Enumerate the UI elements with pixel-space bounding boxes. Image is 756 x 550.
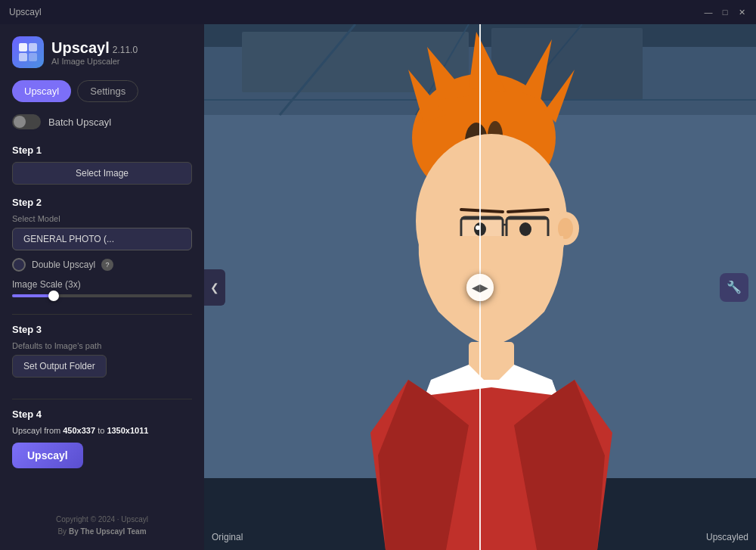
step2-sublabel: Select Model [12, 214, 192, 223]
double-upscayl-row: Double Upscayl ? [12, 258, 192, 272]
step3-sublabel: Defaults to Image's path [12, 341, 192, 350]
scale-slider-fill [12, 294, 51, 297]
logo-area: Upscayl 2.11.0 AI Image Upscaler [12, 36, 192, 68]
image-viewer: ❮ [204, 24, 756, 550]
app-name: Upscayl 2.11.0 [51, 39, 138, 57]
upscayl-button[interactable]: Upscayl [12, 443, 83, 468]
info-to: 1350x1011 [107, 426, 148, 435]
minimize-button[interactable]: — [703, 7, 714, 17]
double-upscayl-checkbox[interactable] [12, 258, 26, 272]
svg-point-24 [558, 218, 573, 239]
footer-team: By The Upscayl Team [69, 527, 147, 536]
logo-text: Upscayl 2.11.0 AI Image Upscaler [51, 39, 138, 66]
window-title: Upscayl [9, 7, 42, 17]
sidebar-footer: Copyright © 2024 · Upscayl By By The Ups… [12, 505, 192, 538]
batch-toggle-row: Batch Upscayl [12, 114, 192, 129]
tab-row: Upscayl Settings [12, 80, 192, 102]
comparison-slider-handle[interactable]: ◀▶ [466, 274, 494, 301]
wrench-button[interactable]: 🔧 [720, 273, 748, 302]
upscayl-info: Upscayl from 450x337 to 1350x1011 [12, 426, 192, 435]
svg-rect-0 [19, 43, 27, 51]
image-scale-label: Image Scale (3x) [12, 279, 192, 290]
scale-slider-track[interactable] [12, 294, 192, 297]
model-select-button[interactable]: GENERAL PHOTO (... [12, 228, 192, 250]
comparison-scene: ◀▶ Original Upscayled [204, 24, 756, 550]
app-subtitle: AI Image Upscaler [51, 57, 138, 66]
step4-label: Step 4 [12, 409, 192, 420]
tab-upscayl[interactable]: Upscayl [12, 80, 71, 102]
sidebar: Upscayl 2.11.0 AI Image Upscaler Upscayl… [0, 24, 204, 550]
svg-rect-2 [19, 53, 27, 61]
set-output-folder-button[interactable]: Set Output Folder [12, 355, 107, 378]
window-controls: — □ ✕ [703, 7, 747, 17]
wrench-icon: 🔧 [727, 280, 742, 294]
step4-section: Step 4 Upscayl from 450x337 to 1350x1011… [12, 399, 192, 477]
svg-rect-3 [29, 53, 37, 61]
scale-slider-thumb[interactable] [48, 291, 59, 301]
batch-toggle[interactable] [12, 114, 41, 129]
footer-copyright: Copyright © 2024 · Upscayl By By The Ups… [12, 514, 192, 538]
slider-arrows-icon: ◀▶ [472, 281, 488, 294]
step2-label: Step 2 [12, 197, 192, 208]
batch-toggle-label: Batch Upscayl [48, 117, 111, 128]
close-button[interactable]: ✕ [736, 7, 747, 17]
main-layout: Upscayl 2.11.0 AI Image Upscaler Upscayl… [0, 24, 756, 550]
maximize-button[interactable]: □ [720, 7, 730, 17]
step3-section: Step 3 Defaults to Image's path Set Outp… [12, 314, 192, 387]
app-version: 2.11.0 [113, 45, 138, 55]
toggle-knob [14, 116, 26, 128]
collapse-icon: ❮ [210, 281, 219, 294]
svg-point-30 [519, 222, 531, 236]
collapse-sidebar-button[interactable]: ❮ [204, 269, 225, 306]
tab-settings[interactable]: Settings [77, 80, 138, 102]
select-image-button[interactable]: Select Image [12, 162, 192, 185]
titlebar: Upscayl — □ ✕ [0, 0, 756, 24]
info-from: 450x337 [63, 426, 95, 435]
double-upscayl-help[interactable]: ? [101, 259, 113, 271]
upscayled-label: Upscayled [706, 532, 748, 542]
step3-label: Step 3 [12, 324, 192, 335]
step1-label: Step 1 [12, 144, 192, 156]
original-label: Original [212, 532, 243, 542]
app-icon [12, 36, 44, 68]
svg-rect-1 [29, 43, 37, 51]
double-upscayl-label: Double Upscayl [32, 259, 95, 270]
